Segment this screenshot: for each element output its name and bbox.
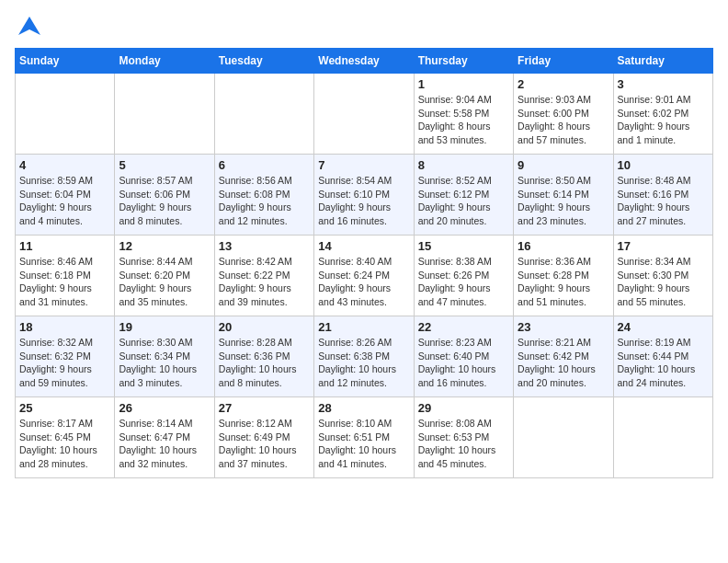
day-number: 26 xyxy=(119,401,210,415)
day-number: 22 xyxy=(418,320,509,334)
day-info: Sunrise: 8:19 AM Sunset: 6:44 PM Dayligh… xyxy=(618,336,709,390)
col-header-wednesday: Wednesday xyxy=(314,49,414,74)
calendar-cell xyxy=(115,74,214,155)
logo-text xyxy=(15,15,44,40)
day-info: Sunrise: 8:28 AM Sunset: 6:36 PM Dayligh… xyxy=(219,336,310,390)
day-number: 4 xyxy=(19,158,110,172)
day-info: Sunrise: 8:42 AM Sunset: 6:22 PM Dayligh… xyxy=(219,255,310,309)
day-number: 6 xyxy=(219,158,310,172)
day-info: Sunrise: 8:21 AM Sunset: 6:42 PM Dayligh… xyxy=(518,336,609,390)
calendar-week-row: 11Sunrise: 8:46 AM Sunset: 6:18 PM Dayli… xyxy=(16,236,713,316)
calendar-week-row: 1Sunrise: 9:04 AM Sunset: 5:58 PM Daylig… xyxy=(16,74,713,155)
col-header-monday: Monday xyxy=(115,49,214,74)
day-info: Sunrise: 8:32 AM Sunset: 6:32 PM Dayligh… xyxy=(19,336,110,390)
calendar-cell: 6Sunrise: 8:56 AM Sunset: 6:08 PM Daylig… xyxy=(214,155,313,236)
day-number: 25 xyxy=(19,401,110,415)
calendar-cell: 15Sunrise: 8:38 AM Sunset: 6:26 PM Dayli… xyxy=(414,236,513,316)
calendar-cell: 2Sunrise: 9:03 AM Sunset: 6:00 PM Daylig… xyxy=(514,74,613,155)
day-info: Sunrise: 8:23 AM Sunset: 6:40 PM Dayligh… xyxy=(418,336,509,390)
calendar: SundayMondayTuesdayWednesdayThursdayFrid… xyxy=(15,48,713,478)
day-info: Sunrise: 8:26 AM Sunset: 6:38 PM Dayligh… xyxy=(318,336,409,390)
calendar-cell xyxy=(16,74,115,155)
day-number: 7 xyxy=(318,158,409,172)
day-number: 3 xyxy=(618,77,709,91)
calendar-cell: 17Sunrise: 8:34 AM Sunset: 6:30 PM Dayli… xyxy=(613,236,712,316)
day-info: Sunrise: 8:40 AM Sunset: 6:24 PM Dayligh… xyxy=(318,255,409,309)
calendar-cell: 25Sunrise: 8:17 AM Sunset: 6:45 PM Dayli… xyxy=(16,397,115,478)
day-number: 16 xyxy=(518,239,609,253)
calendar-cell: 3Sunrise: 9:01 AM Sunset: 6:02 PM Daylig… xyxy=(613,74,712,155)
calendar-cell xyxy=(514,397,613,478)
day-info: Sunrise: 8:12 AM Sunset: 6:49 PM Dayligh… xyxy=(219,417,310,471)
calendar-cell: 9Sunrise: 8:50 AM Sunset: 6:14 PM Daylig… xyxy=(514,155,613,236)
day-info: Sunrise: 8:59 AM Sunset: 6:04 PM Dayligh… xyxy=(19,174,110,228)
day-info: Sunrise: 8:54 AM Sunset: 6:10 PM Dayligh… xyxy=(318,174,409,228)
day-info: Sunrise: 8:44 AM Sunset: 6:20 PM Dayligh… xyxy=(119,255,210,309)
calendar-cell: 4Sunrise: 8:59 AM Sunset: 6:04 PM Daylig… xyxy=(16,155,115,236)
calendar-cell: 8Sunrise: 8:52 AM Sunset: 6:12 PM Daylig… xyxy=(414,155,513,236)
day-number: 11 xyxy=(19,239,110,253)
calendar-cell: 12Sunrise: 8:44 AM Sunset: 6:20 PM Dayli… xyxy=(115,236,214,316)
day-number: 24 xyxy=(618,320,709,334)
calendar-cell: 18Sunrise: 8:32 AM Sunset: 6:32 PM Dayli… xyxy=(16,316,115,397)
calendar-cell: 14Sunrise: 8:40 AM Sunset: 6:24 PM Dayli… xyxy=(314,236,414,316)
calendar-cell: 10Sunrise: 8:48 AM Sunset: 6:16 PM Dayli… xyxy=(613,155,712,236)
day-info: Sunrise: 8:30 AM Sunset: 6:34 PM Dayligh… xyxy=(119,336,210,390)
day-info: Sunrise: 8:10 AM Sunset: 6:51 PM Dayligh… xyxy=(318,417,409,471)
calendar-week-row: 4Sunrise: 8:59 AM Sunset: 6:04 PM Daylig… xyxy=(16,155,713,236)
calendar-cell: 22Sunrise: 8:23 AM Sunset: 6:40 PM Dayli… xyxy=(414,316,513,397)
day-info: Sunrise: 8:34 AM Sunset: 6:30 PM Dayligh… xyxy=(618,255,709,309)
day-number: 13 xyxy=(219,239,310,253)
day-number: 9 xyxy=(518,158,609,172)
day-info: Sunrise: 8:56 AM Sunset: 6:08 PM Dayligh… xyxy=(219,174,310,228)
calendar-cell xyxy=(214,74,313,155)
day-number: 15 xyxy=(418,239,509,253)
day-info: Sunrise: 8:57 AM Sunset: 6:06 PM Dayligh… xyxy=(119,174,210,228)
col-header-thursday: Thursday xyxy=(414,49,513,74)
day-number: 27 xyxy=(219,401,310,415)
calendar-cell: 16Sunrise: 8:36 AM Sunset: 6:28 PM Dayli… xyxy=(514,236,613,316)
day-number: 14 xyxy=(318,239,409,253)
calendar-cell: 11Sunrise: 8:46 AM Sunset: 6:18 PM Dayli… xyxy=(16,236,115,316)
calendar-cell: 20Sunrise: 8:28 AM Sunset: 6:36 PM Dayli… xyxy=(214,316,313,397)
day-number: 2 xyxy=(518,77,609,91)
day-info: Sunrise: 8:08 AM Sunset: 6:53 PM Dayligh… xyxy=(418,417,509,471)
col-header-saturday: Saturday xyxy=(613,49,712,74)
calendar-cell: 23Sunrise: 8:21 AM Sunset: 6:42 PM Dayli… xyxy=(514,316,613,397)
day-number: 10 xyxy=(618,158,709,172)
day-number: 17 xyxy=(618,239,709,253)
day-info: Sunrise: 9:01 AM Sunset: 6:02 PM Dayligh… xyxy=(618,93,709,147)
calendar-week-row: 25Sunrise: 8:17 AM Sunset: 6:45 PM Dayli… xyxy=(16,397,713,478)
day-info: Sunrise: 8:14 AM Sunset: 6:47 PM Dayligh… xyxy=(119,417,210,471)
day-info: Sunrise: 8:36 AM Sunset: 6:28 PM Dayligh… xyxy=(518,255,609,309)
day-number: 18 xyxy=(19,320,110,334)
header xyxy=(15,15,713,40)
day-number: 21 xyxy=(318,320,409,334)
day-number: 5 xyxy=(119,158,210,172)
calendar-cell: 21Sunrise: 8:26 AM Sunset: 6:38 PM Dayli… xyxy=(314,316,414,397)
day-info: Sunrise: 9:03 AM Sunset: 6:00 PM Dayligh… xyxy=(518,93,609,147)
calendar-header-row: SundayMondayTuesdayWednesdayThursdayFrid… xyxy=(16,49,713,74)
calendar-cell: 1Sunrise: 9:04 AM Sunset: 5:58 PM Daylig… xyxy=(414,74,513,155)
col-header-friday: Friday xyxy=(514,49,613,74)
calendar-cell: 7Sunrise: 8:54 AM Sunset: 6:10 PM Daylig… xyxy=(314,155,414,236)
calendar-cell xyxy=(314,74,414,155)
day-number: 12 xyxy=(119,239,210,253)
col-header-sunday: Sunday xyxy=(16,49,115,74)
day-number: 28 xyxy=(318,401,409,415)
day-number: 20 xyxy=(219,320,310,334)
day-info: Sunrise: 8:46 AM Sunset: 6:18 PM Dayligh… xyxy=(19,255,110,309)
calendar-cell: 19Sunrise: 8:30 AM Sunset: 6:34 PM Dayli… xyxy=(115,316,214,397)
day-info: Sunrise: 8:52 AM Sunset: 6:12 PM Dayligh… xyxy=(418,174,509,228)
calendar-cell: 26Sunrise: 8:14 AM Sunset: 6:47 PM Dayli… xyxy=(115,397,214,478)
day-number: 19 xyxy=(119,320,210,334)
day-number: 1 xyxy=(418,77,509,91)
calendar-cell: 29Sunrise: 8:08 AM Sunset: 6:53 PM Dayli… xyxy=(414,397,513,478)
logo-icon xyxy=(17,15,42,40)
col-header-tuesday: Tuesday xyxy=(214,49,313,74)
calendar-cell: 27Sunrise: 8:12 AM Sunset: 6:49 PM Dayli… xyxy=(214,397,313,478)
calendar-week-row: 18Sunrise: 8:32 AM Sunset: 6:32 PM Dayli… xyxy=(16,316,713,397)
logo xyxy=(15,15,44,40)
day-number: 29 xyxy=(418,401,509,415)
day-number: 8 xyxy=(418,158,509,172)
